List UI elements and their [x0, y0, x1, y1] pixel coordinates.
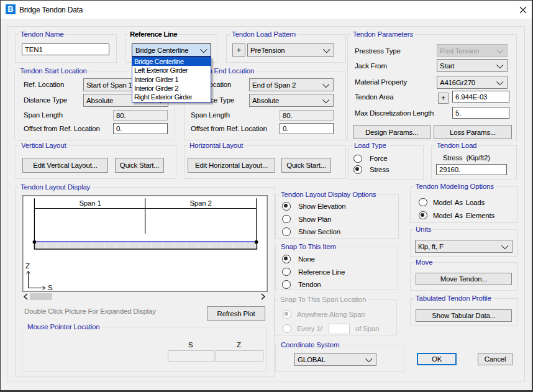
svg-text:S: S [48, 284, 53, 291]
svg-text:Z: Z [25, 262, 30, 270]
svg-text:Span 2: Span 2 [189, 199, 211, 207]
svg-text:Span 1: Span 1 [79, 199, 101, 207]
